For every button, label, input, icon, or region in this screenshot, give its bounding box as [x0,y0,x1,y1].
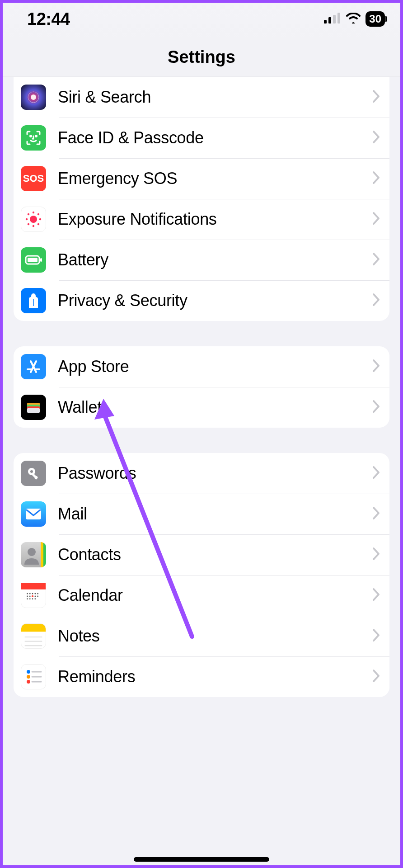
row-label: Exposure Notifications [58,210,372,229]
row-label: Face ID & Passcode [58,128,372,147]
row-label: Siri & Search [58,88,372,107]
battery-percentage: 30 [369,13,381,25]
svg-point-26 [30,470,33,473]
home-indicator[interactable] [134,857,269,862]
row-label: App Store [58,357,372,376]
battery-icon [21,247,46,273]
privacy-icon [21,288,46,313]
svg-point-42 [37,596,38,597]
settings-group: App Store Wallet [14,346,389,428]
svg-point-16 [37,223,39,225]
settings-row-siri[interactable]: Siri & Search [14,77,389,118]
svg-point-13 [28,213,29,215]
svg-rect-3 [337,13,340,24]
svg-point-46 [35,598,36,599]
svg-point-41 [35,596,36,597]
svg-point-37 [35,593,36,594]
svg-rect-31 [43,542,46,567]
sos-icon: SOS [21,166,46,191]
reminders-icon [21,664,46,689]
row-label: Battery [58,250,372,269]
svg-point-32 [28,548,36,556]
faceid-icon [21,125,46,151]
row-label: Notes [58,627,372,646]
wifi-icon [346,13,361,25]
page-title: Settings [168,47,235,67]
svg-point-38 [37,593,38,594]
chevron-right-icon [372,466,380,481]
settings-row-calendar[interactable]: Calendar [14,575,389,616]
svg-point-14 [37,213,39,215]
chevron-right-icon [372,252,380,268]
settings-row-appstore[interactable]: App Store [14,346,389,387]
svg-point-47 [32,595,33,597]
mail-icon [21,501,46,527]
svg-rect-24 [27,408,40,413]
settings-row-mail[interactable]: Mail [14,494,389,534]
svg-point-12 [39,218,41,220]
chevron-right-icon [372,212,380,227]
svg-point-39 [27,596,28,597]
svg-rect-0 [324,20,327,24]
svg-rect-30 [41,542,43,567]
svg-point-11 [26,218,28,220]
row-label: Calendar [58,586,372,605]
settings-row-contacts[interactable]: Contacts [14,534,389,575]
appstore-icon [21,354,46,379]
svg-point-34 [27,593,28,594]
svg-point-15 [28,223,29,225]
settings-row-wallet[interactable]: Wallet [14,387,389,428]
svg-point-55 [27,680,30,684]
settings-row-reminders[interactable]: Reminders [14,656,389,697]
chevron-right-icon [372,293,380,308]
settings-row-privacy[interactable]: Privacy & Security [14,280,389,321]
battery-icon: 30 [366,11,385,27]
settings-row-passwords[interactable]: Passwords [14,453,389,494]
chevron-right-icon [372,400,380,415]
svg-point-8 [30,216,37,223]
cellular-icon [324,13,341,25]
row-label: Emergency SOS [58,169,372,188]
wallet-icon [21,395,46,420]
svg-point-6 [30,136,32,137]
row-label: Privacy & Security [58,291,372,310]
status-bar: 12:44 30 [0,0,403,38]
svg-rect-19 [40,258,42,262]
chevron-right-icon [372,171,380,186]
svg-point-35 [29,593,31,594]
svg-point-53 [27,675,30,679]
row-label: Wallet [58,398,372,417]
row-label: Passwords [58,464,372,483]
svg-rect-1 [328,17,331,24]
siri-icon [21,85,46,110]
settings-row-sos[interactable]: SOS Emergency SOS [14,158,389,199]
exposure-icon [21,207,46,232]
row-label: Mail [58,505,372,524]
svg-point-10 [33,225,34,227]
svg-point-45 [32,598,33,599]
svg-point-51 [27,670,30,674]
chevron-right-icon [372,547,380,562]
settings-list[interactable]: Siri & Search Face ID & Passcode [0,77,403,868]
notes-icon [21,623,46,649]
nav-header: Settings [0,38,403,77]
chevron-right-icon [372,90,380,105]
settings-row-notes[interactable]: Notes [14,616,389,656]
svg-point-7 [36,136,37,137]
settings-group: Siri & Search Face ID & Passcode [14,77,389,321]
passwords-icon [21,461,46,486]
settings-row-faceid[interactable]: Face ID & Passcode [14,118,389,158]
row-label: Reminders [58,667,372,686]
settings-row-exposure[interactable]: Exposure Notifications [14,199,389,240]
svg-point-9 [33,212,34,213]
svg-rect-2 [333,15,336,24]
contacts-icon [21,542,46,567]
calendar-icon [21,583,46,608]
status-indicators: 30 [324,11,385,27]
settings-group: Passwords Mail [14,453,389,697]
svg-point-44 [29,598,31,599]
chevron-right-icon [372,506,380,522]
svg-rect-18 [28,258,37,262]
chevron-right-icon [372,359,380,374]
settings-row-battery[interactable]: Battery [14,240,389,280]
